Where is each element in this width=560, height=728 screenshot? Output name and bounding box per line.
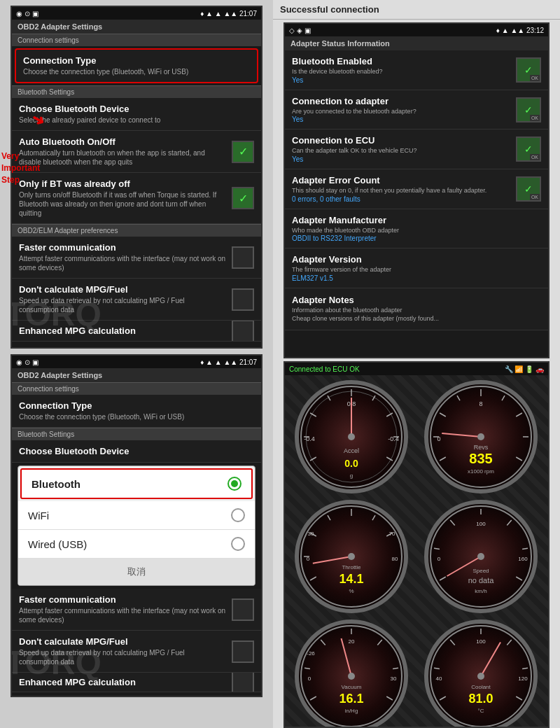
bottom-bluetooth-header: Bluetooth Settings — [12, 428, 261, 440]
adapter-ecu-item: Connection to ECU Can the adapter talk O… — [285, 130, 548, 169]
successful-connection-label: Successful connection — [273, 0, 560, 20]
connection-type-item[interactable]: Connection Type Choose the connection ty… — [15, 48, 258, 83]
bottom-no-mpg-item[interactable]: Don't calculate MPG/Fuel Speed up data r… — [12, 631, 261, 673]
bt-already-off-desc: Only turns on/off Bluetooth if it was of… — [19, 190, 226, 218]
right-status-bar: ◇ ◈ ▣ ♦ ▲ ▲▲ 23:12 — [285, 24, 548, 36]
adapter-version-value: ELM327 v1.5 — [292, 274, 541, 282]
adapter-connection-ok: ✓ — [516, 97, 541, 122]
adapter-notes-title: Adapter Notes — [292, 295, 541, 305]
auto-bluetooth-checkbox[interactable]: ✓ — [232, 141, 254, 163]
adapter-notes-item: Adapter Notes Information about the blue… — [285, 288, 548, 330]
right-column: Successful connection ◇ ◈ ▣ ♦ ▲ ▲▲ 23:12… — [273, 0, 560, 728]
bottom-connection-type-item[interactable]: Connection Type Choose the connection ty… — [12, 395, 261, 428]
svg-text:Throttle: Throttle — [342, 564, 361, 570]
dropdown-wifi-option[interactable]: WiFi — [18, 501, 255, 530]
adapter-error-ok: ✓ — [516, 176, 541, 202]
svg-text:0: 0 — [437, 435, 440, 442]
bottom-enhanced-mpg-checkbox[interactable] — [232, 673, 254, 692]
no-mpg-desc: Speed up data retrieval by not calculati… — [19, 296, 226, 314]
svg-text:°C: °C — [478, 708, 484, 714]
status-left-icons: ◉ ⊙ ▣ — [16, 10, 38, 18]
svg-text:40: 40 — [436, 676, 442, 682]
bottom-connection-header: Connection settings — [12, 382, 261, 395]
choose-bluetooth-title: Choose Bluetooth Device — [19, 104, 254, 114]
gauge-accel: 0.8 -0.4 -0.4 Accel 0.0 g — [289, 379, 414, 495]
svg-text:0: 0 — [308, 676, 312, 682]
bottom-left-status-bar: ◉ ⊙ ▣ ♦ ▲ ▲ ▲▲ 21:07 — [12, 356, 261, 368]
very-important-label: VeryImportantStep — [1, 150, 42, 186]
wifi-option-label: WiFi — [28, 510, 49, 522]
svg-text:81.0: 81.0 — [468, 692, 493, 706]
svg-text:x1000 rpm: x1000 rpm — [468, 468, 494, 475]
bluetooth-radio[interactable] — [227, 477, 241, 491]
svg-text:Accel: Accel — [344, 447, 359, 454]
bottom-choose-device-item[interactable]: Choose Bluetooth Device — [12, 440, 261, 463]
enhanced-mpg-item[interactable]: Enhanced MPG calculation — [12, 321, 261, 342]
svg-text:Coolant: Coolant — [471, 684, 491, 690]
adapter-notes-desc: Information about the bluetooth adapter — [292, 307, 541, 315]
adapter-ecu-ok: ✓ — [516, 136, 541, 162]
connection-type-title: Connection Type — [23, 55, 250, 66]
enhanced-mpg-title: Enhanced MPG calculation — [19, 326, 226, 336]
bottom-enhanced-mpg-item[interactable]: Enhanced MPG calculation — [12, 673, 261, 692]
faster-comm-desc: Attempt faster communications with the i… — [19, 254, 226, 272]
bottom-status-left: ◉ ⊙ ▣ — [16, 358, 38, 366]
bottom-faster-comm-item[interactable]: Faster communication Attempt faster comm… — [12, 589, 261, 631]
bottom-left-phone: ◉ ⊙ ▣ ♦ ▲ ▲ ▲▲ 21:07 OBD2 Adapter Settin… — [10, 354, 262, 697]
svg-point-34 — [477, 433, 484, 440]
right-status-left: ◇ ◈ ▣ — [289, 27, 311, 34]
dropdown-cancel-btn[interactable]: 取消 — [18, 559, 255, 585]
top-left-status-bar: ◉ ⊙ ▣ ♦ ▲ ▲ ▲▲ 21:07 — [12, 7, 261, 20]
wifi-radio[interactable] — [231, 508, 245, 522]
svg-text:-0.4: -0.4 — [388, 435, 399, 442]
gauge-revs: 8 0 Revs 835 x1000 rpm — [419, 379, 544, 495]
svg-text:20: 20 — [349, 638, 355, 645]
svg-text:14.1: 14.1 — [339, 572, 363, 586]
svg-point-69 — [477, 553, 484, 560]
gauges-status-icons: 🔧 📶 🔋 🚗 — [505, 365, 544, 373]
adapter-ecu-title: Connection to ECU — [292, 135, 510, 146]
svg-text:835: 835 — [469, 451, 492, 466]
no-mpg-checkbox[interactable] — [232, 288, 254, 311]
gauges-status-text: Connected to ECU OK — [289, 365, 360, 373]
no-mpg-item[interactable]: Don't calculate MPG/Fuel Speed up data r… — [12, 279, 261, 321]
svg-text:-26: -26 — [307, 650, 315, 657]
svg-text:km/h: km/h — [475, 588, 486, 594]
bottom-faster-comm-title: Faster communication — [19, 594, 226, 605]
choose-bluetooth-item[interactable]: Choose Bluetooth Device Select the alrea… — [12, 98, 261, 131]
top-right-phone: ◇ ◈ ▣ ♦ ▲ ▲▲ 23:12 Adapter Status Inform… — [284, 22, 550, 358]
bluetooth-option-label: Bluetooth — [31, 478, 80, 490]
adapter-bluetooth-ok: ✓ — [516, 57, 541, 83]
svg-text:30: 30 — [391, 676, 397, 682]
adapter-error-title: Adapter Error Count — [292, 175, 510, 186]
usb-radio[interactable] — [231, 537, 245, 551]
choose-bluetooth-desc: Select the already paired device to conn… — [19, 115, 254, 125]
faster-comm-item[interactable]: Faster communication Attempt faster comm… — [12, 237, 261, 279]
bt-already-off-checkbox[interactable]: ✓ — [232, 187, 254, 209]
enhanced-mpg-checkbox[interactable] — [232, 321, 254, 342]
auto-bluetooth-title: Auto Bluetooth On/Off — [19, 136, 226, 147]
left-column: VeryImportantStep ◉ ⊙ ▣ ♦ ▲ ▲ ▲▲ 21:07 O… — [0, 0, 273, 728]
adapter-manufacturer-value[interactable]: OBDII to RS232 Interpreter — [292, 234, 541, 242]
faster-comm-checkbox[interactable] — [232, 246, 254, 269]
adapter-version-desc: The firmware version of the adapter — [292, 266, 541, 274]
main-container: VeryImportantStep ◉ ⊙ ▣ ♦ ▲ ▲ ▲▲ 21:07 O… — [0, 0, 560, 728]
adapter-connection-value: Yes — [292, 115, 510, 123]
bottom-faster-comm-checkbox[interactable] — [232, 598, 254, 621]
svg-point-52 — [348, 553, 355, 560]
svg-text:100: 100 — [476, 638, 486, 645]
obd-preferences-header: OBD2/ELM Adapter preferences — [12, 224, 261, 237]
adapter-version-title: Adapter Version — [292, 254, 541, 265]
dropdown-usb-option[interactable]: Wired (USB) — [18, 530, 255, 559]
bt-already-off-item[interactable]: Only if BT was already off Only turns on… — [12, 173, 261, 224]
auto-bluetooth-item[interactable]: Auto Bluetooth On/Off Automatically turn… — [12, 131, 261, 173]
svg-text:0: 0 — [438, 556, 441, 562]
svg-text:%: % — [349, 588, 354, 594]
bottom-enhanced-mpg-title: Enhanced MPG calculation — [19, 677, 226, 687]
gauges-status-bar: Connected to ECU OK 🔧 📶 🔋 🚗 — [285, 363, 548, 375]
dropdown-bluetooth-option[interactable]: Bluetooth — [20, 468, 253, 499]
svg-text:160: 160 — [518, 556, 528, 562]
bottom-no-mpg-checkbox[interactable] — [232, 640, 254, 663]
usb-option-label: Wired (USB) — [28, 538, 87, 550]
adapter-connection-desc: Are you connected to the bluetooth adapt… — [292, 108, 510, 116]
